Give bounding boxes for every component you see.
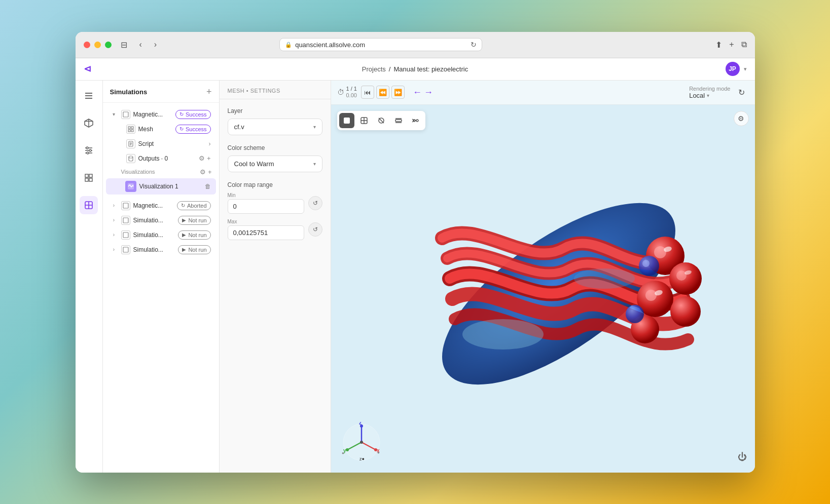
simulation-item-5[interactable]: › Simulatio... ▶ Not run [106,243,216,257]
nav-back-button[interactable]: ← [413,87,422,98]
menu-icon[interactable] [80,87,98,105]
skip-start-button[interactable]: ⏮ [361,86,374,99]
simulation-name-1: Magnetic... [133,111,172,118]
add-simulation-button[interactable]: + [206,87,212,97]
viz-actions: ⚙ + [200,168,212,176]
url-bar[interactable]: 🔒 quanscient.allsolve.com ↻ [279,38,482,51]
wireframe-view-button[interactable] [356,113,372,128]
svg-text:●: ● [377,450,380,455]
avatar[interactable]: JP [726,62,740,76]
color-map-range-label: Color map range [228,181,322,188]
outputs-icon-row [126,154,135,163]
maximize-button[interactable] [105,42,112,48]
step-forward-button[interactable]: ⏩ [391,86,405,99]
max-range-row: Max ↺ [228,219,322,240]
app-header: ⊲ Projects / Manual test: piezoelectric … [76,58,755,81]
mesh-icon[interactable] [80,169,98,187]
sidebar-toggle-icon[interactable]: ⊟ [118,39,130,51]
min-range-row: Min ↺ [228,192,322,214]
expand-icon-1[interactable]: ▾ [110,110,118,119]
tabs-icon[interactable]: ⧉ [741,40,747,50]
svg-rect-19 [128,130,130,132]
back-button[interactable]: ‹ [136,39,145,50]
sliders-icon[interactable] [80,141,98,160]
app-logo: ⊲ [84,63,91,74]
reload-button[interactable]: ↻ [471,41,477,49]
svg-point-6 [86,147,88,149]
expand-icon-2[interactable]: › [110,202,118,210]
close-button[interactable] [84,42,90,48]
visualization-icon[interactable] [80,196,98,214]
simulation-item-4[interactable]: › Simulatio... ▶ Not run [106,228,216,242]
max-reset-button[interactable]: ↺ [308,222,322,237]
refresh-icon-mesh: ↻ [179,126,184,132]
expand-icon-5[interactable]: › [110,246,118,254]
viz-item-name: Visualization 1 [139,183,202,190]
viewport-refresh-button[interactable]: ↻ [735,85,749,99]
outputs-name: Outputs · 0 [138,155,196,162]
forward-button[interactable]: › [151,39,160,50]
rendering-mode-container: Rendering mode Local ▾ [689,86,730,99]
cube-icon[interactable] [80,114,98,132]
outputs-settings-icon[interactable]: ⚙ [199,154,205,162]
svg-rect-31 [344,118,350,124]
color-scheme-chevron-icon: ▾ [313,161,316,167]
simulations-header: Simulations + [103,81,219,103]
viz-delete-button[interactable]: 🗑 [205,183,211,190]
mesh-row[interactable]: Mesh ↻ Success [124,122,216,136]
add-tab-icon[interactable]: + [729,40,734,50]
svg-rect-28 [123,218,128,223]
traffic-lights [84,42,112,48]
viewport-main: ⚙ [331,105,755,473]
titlebar: ⊟ ‹ › 🔒 quanscient.allsolve.com ↻ ⬆ + ⧉ [76,32,755,58]
outputs-actions: ⚙ + [199,154,211,162]
simulation-item-1: ▾ Magnetic... ↻ Success [103,107,219,195]
visualization-item-1[interactable]: Visualization 1 🗑 [106,178,216,195]
viewport-settings-button[interactable]: ⚙ [734,111,749,126]
sim-type-icon-2 [121,201,130,210]
color-scheme-select[interactable]: Cool to Warm ▾ [228,156,322,172]
outputs-add-icon[interactable]: + [207,154,211,162]
script-icon-row [126,139,135,148]
max-input[interactable] [228,225,304,240]
share-icon[interactable]: ⬆ [715,40,722,50]
simulation-item-2[interactable]: › Magnetic... ↻ Aborted [106,199,216,213]
svg-rect-12 [89,174,92,177]
svg-rect-29 [123,232,128,238]
layer-value: cf.v [234,123,244,131]
svg-point-61 [574,268,635,289]
simulation-row-1[interactable]: ▾ Magnetic... ↻ Success [106,107,216,122]
simulation-item-3[interactable]: › Simulatio... ▶ Not run [106,213,216,227]
viz-add-button[interactable]: + [208,168,212,176]
nav-forward-button[interactable]: → [424,87,433,98]
expand-icon-3[interactable]: › [110,216,118,224]
avatar-chevron-icon[interactable]: ▾ [744,66,747,72]
power-icon[interactable]: ⏻ [738,452,747,462]
expand-icon-4[interactable]: › [110,231,118,239]
layout-button[interactable] [408,113,423,128]
breadcrumb-project: Manual test: piezoelectric [393,65,468,73]
hide-edges-button[interactable] [374,113,389,128]
viz-settings-icon[interactable]: ⚙ [200,168,206,176]
script-chevron-icon: › [209,140,211,147]
outputs-row[interactable]: Outputs · 0 ⚙ + [124,151,216,166]
solid-view-button[interactable] [339,113,354,128]
hide-faces-button[interactable] [391,113,406,128]
time-icon: ⏱ [337,88,344,96]
min-input[interactable] [228,199,304,214]
min-reset-button[interactable]: ↺ [308,196,322,210]
svg-text:z●: z● [359,456,365,461]
time-display: ⏱ 1 / 1 0.00 [337,86,357,99]
svg-rect-16 [123,112,128,117]
play-icon-5: ▶ [182,247,186,252]
rendering-select[interactable]: Local ▾ [689,92,709,99]
color-map-range-group: Color map range Min ↺ Max [228,181,322,240]
minimize-button[interactable] [94,42,101,48]
layer-select[interactable]: cf.v ▾ [228,119,322,135]
script-row[interactable]: Script › [124,137,216,151]
sim-type-icon-1 [121,110,130,119]
breadcrumb-projects[interactable]: Projects [362,65,386,73]
svg-point-52 [670,296,701,327]
url-text: quanscient.allsolve.com [295,41,365,49]
step-back-button[interactable]: ⏪ [376,86,389,99]
